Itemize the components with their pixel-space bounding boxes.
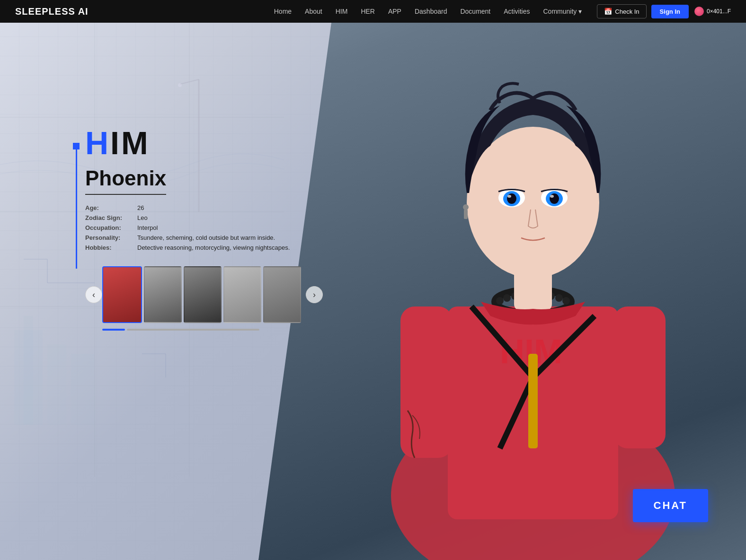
info-occupation: Occupation: Interpol: [85, 224, 331, 231]
carousel-item-4[interactable]: [263, 266, 301, 323]
svg-rect-26: [613, 306, 666, 448]
personality-label: Personality:: [85, 234, 137, 241]
char-thumb-1: [145, 267, 181, 322]
personality-value: Tsundere, scheming, cold outside but war…: [137, 234, 331, 241]
nav-community[interactable]: Community ▾: [543, 8, 582, 15]
hobbies-value: Detective reasoning, motorcycling, viewi…: [137, 244, 331, 251]
hero-section: HIM: [0, 0, 746, 560]
chevron-down-icon: ▾: [578, 8, 582, 15]
nav-him[interactable]: HIM: [336, 8, 348, 15]
carousel-progress: [102, 329, 331, 331]
nav-app[interactable]: APP: [388, 8, 401, 15]
svg-point-34: [507, 193, 516, 204]
age-label: Age:: [85, 204, 137, 211]
char-thumb-4: [264, 267, 300, 322]
zodiac-value: Leo: [137, 214, 331, 221]
carousel-item-1[interactable]: [144, 266, 182, 323]
character-carousel: ‹ ›: [85, 266, 331, 323]
occupation-label: Occupation:: [85, 224, 137, 231]
svg-point-35: [550, 193, 559, 204]
hero-content: HIM Phoenix Age: 26 Zodiac Sign: Leo Occ…: [0, 23, 331, 560]
info-personality: Personality: Tsundere, scheming, cold ou…: [85, 234, 331, 241]
svg-point-16: [496, 297, 504, 305]
progress-segment-1: [127, 329, 259, 331]
progress-segment-0: [102, 329, 125, 331]
signin-button[interactable]: Sign In: [651, 5, 689, 18]
character-illustration: HIM: [320, 23, 746, 560]
svg-rect-27: [528, 354, 538, 448]
carousel-item-3[interactable]: [223, 266, 261, 323]
svg-point-37: [550, 195, 554, 198]
wallet-info[interactable]: 0×401...F: [694, 7, 731, 16]
him-im-letters: IM: [110, 125, 150, 161]
wallet-address: 0×401...F: [707, 8, 731, 15]
age-value: 26: [137, 204, 331, 211]
char-thumb-3: [224, 267, 260, 322]
him-title: HIM: [85, 127, 331, 159]
calendar-icon: 📅: [604, 8, 612, 15]
navbar: SLEEPLESS AI Home About HIM HER APP Dash…: [0, 0, 746, 23]
carousel-next-button[interactable]: ›: [306, 286, 323, 303]
svg-point-38: [463, 204, 469, 210]
char-thumb-0: [103, 267, 141, 322]
svg-point-36: [507, 195, 511, 198]
svg-rect-25: [400, 306, 453, 458]
character-info: Age: 26 Zodiac Sign: Leo Occupation: Int…: [85, 204, 331, 251]
community-label: Community: [543, 8, 577, 15]
zodiac-label: Zodiac Sign:: [85, 214, 137, 221]
svg-point-24: [562, 297, 570, 305]
hobbies-label: Hobbies:: [85, 244, 137, 251]
accent-dot: [73, 143, 80, 149]
character-name: Phoenix: [85, 166, 166, 195]
nav-about[interactable]: About: [305, 8, 322, 15]
svg-point-23: [555, 294, 563, 302]
nav-dashboard[interactable]: Dashboard: [415, 8, 447, 15]
carousel-item-2[interactable]: [184, 266, 222, 323]
wallet-avatar: [694, 7, 704, 16]
checkin-label: Check In: [615, 8, 639, 15]
nav-links: Home About HIM HER APP Dashboard Documen…: [274, 8, 582, 15]
nav-her[interactable]: HER: [361, 8, 375, 15]
nav-home[interactable]: Home: [274, 8, 292, 15]
nav-document[interactable]: Document: [460, 8, 490, 15]
svg-rect-39: [464, 210, 468, 219]
info-hobbies: Hobbies: Detective reasoning, motorcycli…: [85, 244, 331, 251]
checkin-button[interactable]: 📅 Check In: [597, 4, 646, 18]
carousel-items: [102, 266, 306, 323]
nav-activities[interactable]: Activities: [504, 8, 530, 15]
svg-point-29: [467, 127, 599, 278]
accent-bar: [76, 146, 77, 269]
chat-button[interactable]: CHAT: [633, 489, 708, 522]
site-logo: SLEEPLESS AI: [15, 6, 89, 17]
carousel-prev-button[interactable]: ‹: [85, 286, 102, 303]
info-age: Age: 26: [85, 204, 331, 211]
svg-point-17: [503, 294, 511, 302]
him-h-letter: H: [85, 125, 110, 161]
info-zodiac: Zodiac Sign: Leo: [85, 214, 331, 221]
carousel-item-0[interactable]: [102, 266, 142, 323]
char-thumb-2: [185, 267, 221, 322]
occupation-value: Interpol: [137, 224, 331, 231]
